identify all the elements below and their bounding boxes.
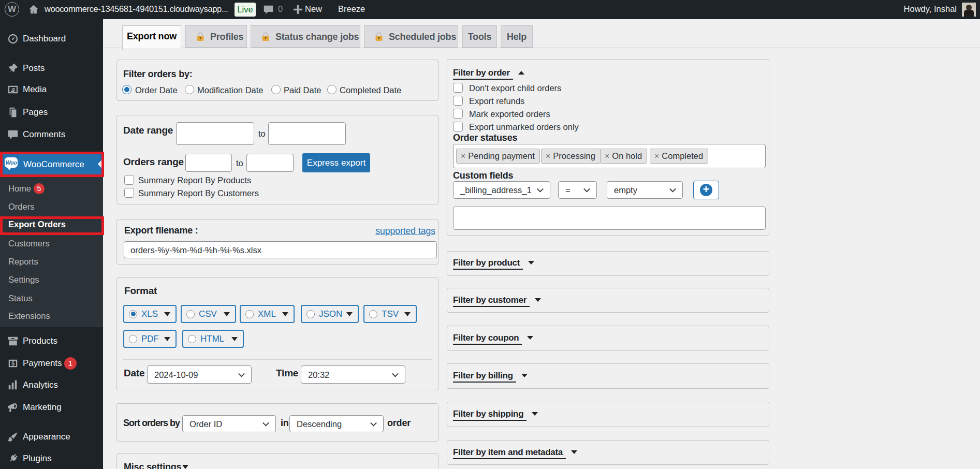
svg-text:$: $ (11, 361, 14, 367)
